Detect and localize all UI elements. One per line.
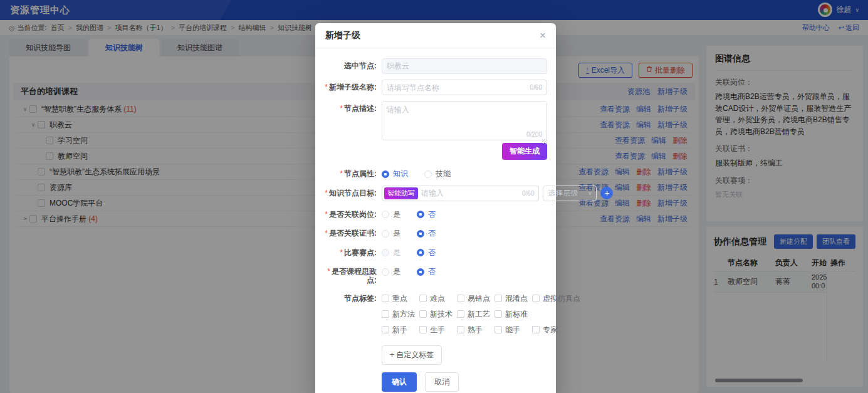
radio-dot <box>417 230 424 238</box>
label-text: 是否关联岗位: <box>329 210 377 219</box>
yesno-options: 是否 <box>382 207 547 221</box>
confirm-button[interactable]: 确认 <box>382 372 417 392</box>
resize-handle-icon[interactable] <box>542 139 547 144</box>
yesno-rows: *是否关联岗位:是否*是否关联证书:是否*比赛赛点:是否*是否课程思政点:是否 <box>322 207 547 285</box>
radio-label: 技能 <box>436 169 451 179</box>
radio-dot <box>382 249 389 256</box>
radio-dot <box>417 211 424 218</box>
yesno-options: 是否 <box>382 245 547 259</box>
target-input[interactable] <box>421 189 518 197</box>
tag-checkbox[interactable]: 新工艺 <box>457 309 492 320</box>
close-icon[interactable]: × <box>540 30 546 41</box>
yesno-label: *比赛赛点: <box>322 245 377 259</box>
tag-checkbox[interactable]: 新标准 <box>494 309 530 320</box>
desc-label: *节点描述: <box>322 101 377 140</box>
radio-option[interactable]: 技能 <box>424 169 451 179</box>
radio-label: 是 <box>393 228 400 239</box>
tag-label: 专家 <box>543 325 558 335</box>
custom-tag-button[interactable]: + 自定义标签 <box>382 345 442 365</box>
radio-label: 是 <box>393 266 400 277</box>
tag-checkbox[interactable]: 熟手 <box>457 325 492 335</box>
radio-option[interactable]: 知识 <box>382 169 408 179</box>
radio-option[interactable]: 否 <box>417 228 436 239</box>
tag-label: 易错点 <box>468 293 490 304</box>
tag-checkbox[interactable]: 新技术 <box>419 309 454 320</box>
label-text: 比赛赛点: <box>344 248 377 257</box>
radio-option[interactable]: 是 <box>382 228 400 239</box>
desc-counter: 0/200 <box>526 131 542 138</box>
tag-checkbox[interactable]: 专家 <box>532 325 558 335</box>
radio-dot <box>382 268 389 276</box>
radio-label: 是 <box>393 248 400 258</box>
tag-groups: 重点难点易错点混淆点虚拟仿真点新方法新技术新工艺新标准新手生手熟手能手专家 <box>382 291 547 340</box>
checkbox <box>494 295 502 302</box>
checkbox <box>532 326 540 333</box>
tag-checkbox[interactable]: 新手 <box>382 325 417 335</box>
radio-label: 否 <box>428 209 436 220</box>
checkbox <box>494 326 502 333</box>
checkbox <box>382 326 389 333</box>
node-description-textarea[interactable] <box>382 102 546 138</box>
label-text: 是否关联证书: <box>329 229 377 238</box>
tag-label: 混淆点 <box>505 293 528 304</box>
checkbox <box>382 295 389 302</box>
checkbox <box>419 295 427 302</box>
tag-label: 生手 <box>430 325 445 335</box>
tag-checkbox[interactable]: 新方法 <box>382 309 417 320</box>
tag-label: 新方法 <box>392 309 415 320</box>
tag-row: 新手生手熟手能手专家 <box>382 325 547 335</box>
checkbox <box>457 295 464 302</box>
yesno-row: *是否关联证书:是否 <box>322 226 547 239</box>
yesno-options: 是否 <box>382 264 547 285</box>
tag-checkbox[interactable]: 能手 <box>494 325 530 335</box>
radio-label: 是 <box>393 209 400 220</box>
tag-checkbox[interactable]: 易错点 <box>457 293 492 304</box>
radio-dot <box>382 211 389 218</box>
checkbox <box>494 310 502 318</box>
add-child-modal: 新增子级 × 选中节点: *新增子级名称: 0/60 *节点描述: 0/200 <box>315 23 556 393</box>
radio-dot <box>382 230 389 238</box>
tag-checkbox[interactable]: 重点 <box>382 293 417 304</box>
ai-generate-button[interactable]: 智能生成 <box>502 143 547 160</box>
radio-option[interactable]: 是 <box>382 209 400 220</box>
radio-option[interactable]: 否 <box>417 266 436 277</box>
tag-row: 新方法新技术新工艺新标准 <box>382 309 547 320</box>
child-name-input[interactable] <box>387 83 526 92</box>
radio-label: 否 <box>428 248 436 258</box>
tag-label: 新手 <box>392 325 407 335</box>
radio-dot <box>424 170 432 178</box>
tag-label: 新标准 <box>505 309 528 320</box>
yesno-options: 是否 <box>382 226 547 239</box>
radio-option[interactable]: 是 <box>382 266 400 277</box>
checkbox <box>457 326 464 333</box>
radio-label: 否 <box>428 228 436 239</box>
tag-checkbox[interactable]: 混淆点 <box>494 293 530 304</box>
tag-label: 新技术 <box>430 309 452 320</box>
tag-checkbox[interactable]: 难点 <box>419 293 454 304</box>
attr-options: 知识技能 <box>382 166 547 180</box>
chevron-down-icon: ∨ <box>588 190 592 196</box>
tags-label: 节点标签: <box>322 291 377 340</box>
tag-label: 熟手 <box>468 325 483 335</box>
radio-label: 知识 <box>393 169 408 179</box>
radio-option[interactable]: 否 <box>417 248 436 258</box>
selected-node-label: 选中节点: <box>322 58 377 74</box>
ai-assist-badge[interactable]: 智能助写 <box>384 187 418 199</box>
yesno-row: *是否课程思政点:是否 <box>322 264 547 285</box>
name-counter: 0/60 <box>530 84 542 91</box>
cancel-button[interactable]: 取消 <box>425 372 459 392</box>
tag-checkbox[interactable]: 生手 <box>419 325 454 335</box>
level-select[interactable]: 选择层级 ∨ <box>543 186 597 201</box>
radio-option[interactable]: 是 <box>382 248 400 258</box>
yesno-row: *是否关联岗位:是否 <box>322 207 547 221</box>
tag-checkbox[interactable]: 虚拟仿真点 <box>532 293 580 304</box>
checkbox <box>532 295 540 302</box>
radio-option[interactable]: 否 <box>417 209 436 220</box>
target-counter: 0/60 <box>522 190 534 197</box>
checkbox <box>457 310 464 318</box>
radio-dot <box>417 249 424 256</box>
tag-label: 难点 <box>430 293 445 304</box>
tag-label: 虚拟仿真点 <box>543 293 580 304</box>
required-asterisk: * <box>325 229 328 238</box>
target-label: *知识节点目标: <box>322 186 377 201</box>
